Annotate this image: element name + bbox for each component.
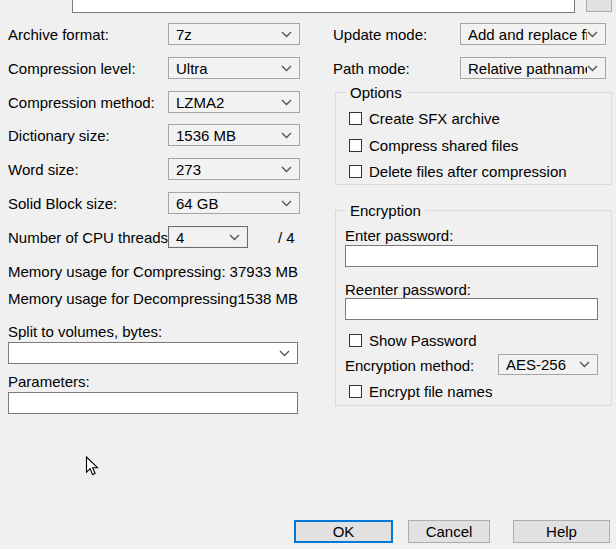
chevron-down-icon — [281, 200, 299, 207]
archive-format-label: Archive format: — [8, 26, 109, 43]
parameters-label: Parameters: — [8, 373, 90, 390]
checkbox-box[interactable] — [349, 334, 362, 347]
browse-button[interactable] — [586, 0, 612, 12]
cancel-button[interactable]: Cancel — [408, 520, 490, 543]
dictionary-size-select[interactable]: 1536 MB — [168, 124, 300, 146]
delete-after-label: Delete files after compression — [369, 163, 567, 180]
delete-after-checkbox[interactable]: Delete files after compression — [349, 163, 567, 180]
chevron-down-icon — [281, 99, 299, 106]
compression-method-select[interactable]: LZMA2 — [168, 91, 300, 113]
compression-level-label: Compression level: — [8, 60, 136, 77]
encryption-group-title: Encryption — [346, 202, 425, 219]
ok-button[interactable]: OK — [294, 520, 393, 543]
compress-shared-checkbox[interactable]: Compress shared files — [349, 137, 518, 154]
show-password-checkbox[interactable]: Show Password — [349, 332, 477, 349]
path-mode-label: Path mode: — [333, 60, 410, 77]
enter-password-input[interactable] — [345, 245, 598, 267]
archive-format-select[interactable]: 7z — [168, 23, 300, 45]
checkbox-box[interactable] — [349, 112, 362, 125]
reenter-password-label: Reenter password: — [345, 281, 471, 298]
encryption-method-label: Encryption method: — [345, 357, 474, 374]
chevron-down-icon — [587, 65, 605, 72]
reenter-password-input[interactable] — [345, 298, 598, 320]
checkbox-box[interactable] — [349, 385, 362, 398]
chevron-down-icon — [281, 31, 299, 38]
update-mode-label: Update mode: — [333, 26, 427, 43]
path-mode-select[interactable]: Relative pathnames — [460, 57, 606, 79]
cpu-threads-select[interactable]: 4 — [168, 226, 248, 248]
memory-compress-value: 37933 MB — [208, 263, 298, 280]
split-volumes-label: Split to volumes, bytes: — [8, 323, 162, 340]
split-volumes-combo[interactable] — [8, 342, 298, 364]
encryption-method-select[interactable]: AES-256 — [498, 354, 598, 375]
create-sfx-checkbox[interactable]: Create SFX archive — [349, 110, 500, 127]
chevron-down-icon — [281, 132, 299, 139]
update-mode-select[interactable]: Add and replace files — [460, 23, 606, 45]
help-button[interactable]: Help — [513, 520, 610, 543]
compression-level-select[interactable]: Ultra — [168, 57, 300, 79]
chevron-down-icon — [281, 166, 299, 173]
chevron-down-icon — [229, 234, 247, 241]
mouse-cursor — [85, 456, 99, 477]
chevron-down-icon — [579, 361, 597, 368]
word-size-select[interactable]: 273 — [168, 158, 300, 180]
chevron-down-icon — [281, 65, 299, 72]
parameters-input[interactable] — [8, 392, 298, 414]
archive-name-input[interactable] — [72, 0, 575, 13]
checkbox-box[interactable] — [349, 165, 362, 178]
enter-password-label: Enter password: — [345, 227, 453, 244]
word-size-label: Word size: — [8, 161, 79, 178]
solid-block-size-label: Solid Block size: — [8, 195, 117, 212]
dictionary-size-label: Dictionary size: — [8, 127, 110, 144]
compress-shared-label: Compress shared files — [369, 137, 518, 154]
chevron-down-icon — [587, 31, 605, 38]
memory-decompress-label: Memory usage for Decompressing: — [8, 290, 241, 307]
show-password-label: Show Password — [369, 332, 477, 349]
encrypt-names-label: Encrypt file names — [369, 383, 492, 400]
encrypt-names-checkbox[interactable]: Encrypt file names — [349, 383, 492, 400]
options-group-title: Options — [346, 84, 406, 101]
cpu-threads-max: / 4 — [278, 229, 295, 246]
solid-block-size-select[interactable]: 64 GB — [168, 192, 300, 214]
memory-decompress-value: 1538 MB — [208, 290, 298, 307]
checkbox-box[interactable] — [349, 139, 362, 152]
memory-compress-label: Memory usage for Compressing: — [8, 263, 226, 280]
create-sfx-label: Create SFX archive — [369, 110, 500, 127]
chevron-down-icon — [279, 350, 297, 357]
compression-method-label: Compression method: — [8, 94, 155, 111]
cpu-threads-label: Number of CPU threads: — [8, 229, 172, 246]
